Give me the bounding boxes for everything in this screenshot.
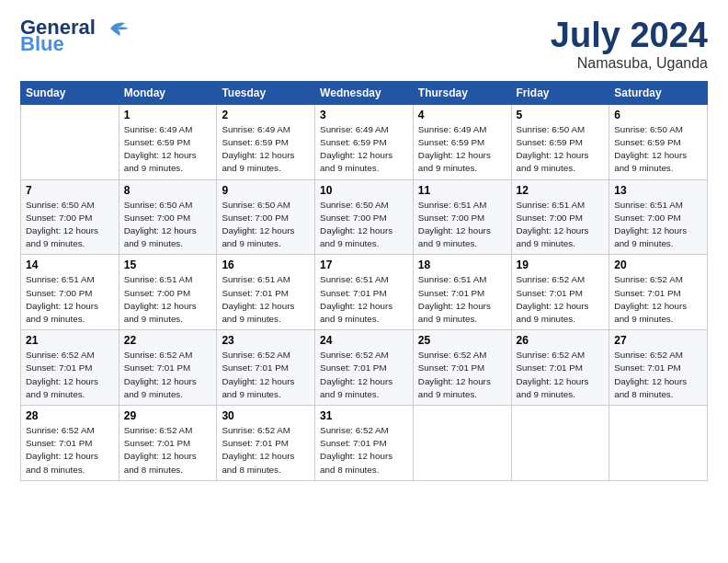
day-info: Sunrise: 6:50 AMSunset: 7:00 PMDaylight:… bbox=[26, 200, 98, 249]
calendar-cell bbox=[21, 104, 119, 179]
day-number: 30 bbox=[222, 409, 310, 422]
day-number: 7 bbox=[26, 184, 114, 197]
day-info: Sunrise: 6:51 AMSunset: 7:01 PMDaylight:… bbox=[320, 274, 392, 324]
day-info: Sunrise: 6:49 AMSunset: 6:59 PMDaylight:… bbox=[320, 124, 392, 174]
day-number: 26 bbox=[517, 334, 605, 347]
day-number: 11 bbox=[418, 184, 506, 197]
col-header-monday: Monday bbox=[119, 81, 217, 104]
calendar-cell: 28Sunrise: 6:52 AMSunset: 7:01 PMDayligh… bbox=[21, 406, 119, 481]
calendar-cell: 12Sunrise: 6:51 AMSunset: 7:00 PMDayligh… bbox=[511, 179, 609, 255]
day-number: 24 bbox=[320, 334, 408, 347]
day-info: Sunrise: 6:50 AMSunset: 6:59 PMDaylight:… bbox=[517, 124, 589, 174]
day-info: Sunrise: 6:52 AMSunset: 7:01 PMDaylight:… bbox=[418, 350, 491, 399]
calendar-cell: 25Sunrise: 6:52 AMSunset: 7:01 PMDayligh… bbox=[413, 330, 511, 406]
day-number: 8 bbox=[124, 184, 212, 197]
day-number: 10 bbox=[320, 184, 408, 197]
logo-bird-icon bbox=[103, 19, 132, 38]
day-number: 14 bbox=[26, 259, 114, 271]
calendar-cell: 29Sunrise: 6:52 AMSunset: 7:01 PMDayligh… bbox=[119, 406, 217, 481]
day-number: 16 bbox=[222, 259, 310, 271]
day-info: Sunrise: 6:52 AMSunset: 7:01 PMDaylight:… bbox=[320, 350, 392, 399]
col-header-friday: Friday bbox=[511, 81, 609, 104]
day-info: Sunrise: 6:52 AMSunset: 7:01 PMDaylight:… bbox=[517, 350, 589, 399]
week-row-2: 7Sunrise: 6:50 AMSunset: 7:00 PMDaylight… bbox=[21, 179, 708, 255]
day-info: Sunrise: 6:51 AMSunset: 7:01 PMDaylight:… bbox=[418, 274, 491, 324]
calendar-cell bbox=[413, 406, 511, 481]
calendar-cell: 20Sunrise: 6:52 AMSunset: 7:01 PMDayligh… bbox=[609, 255, 708, 330]
subtitle: Namasuba, Uganda bbox=[551, 55, 708, 72]
calendar-cell: 2Sunrise: 6:49 AMSunset: 6:59 PMDaylight… bbox=[217, 104, 315, 179]
day-info: Sunrise: 6:52 AMSunset: 7:01 PMDaylight:… bbox=[124, 425, 197, 475]
calendar-cell: 5Sunrise: 6:50 AMSunset: 6:59 PMDaylight… bbox=[511, 104, 609, 179]
day-info: Sunrise: 6:51 AMSunset: 7:00 PMDaylight:… bbox=[517, 200, 589, 249]
calendar-cell: 31Sunrise: 6:52 AMSunset: 7:01 PMDayligh… bbox=[315, 406, 414, 481]
col-header-wednesday: Wednesday bbox=[315, 81, 414, 104]
week-row-3: 14Sunrise: 6:51 AMSunset: 7:00 PMDayligh… bbox=[21, 255, 708, 330]
day-number: 19 bbox=[517, 259, 605, 271]
page: General Blue July 2024 Namasuba, Uganda … bbox=[0, 0, 728, 563]
day-number: 5 bbox=[517, 109, 605, 121]
day-number: 15 bbox=[124, 259, 212, 271]
day-info: Sunrise: 6:52 AMSunset: 7:01 PMDaylight:… bbox=[124, 350, 197, 399]
day-number: 2 bbox=[222, 109, 310, 121]
calendar-cell: 3Sunrise: 6:49 AMSunset: 6:59 PMDaylight… bbox=[315, 104, 414, 179]
week-row-4: 21Sunrise: 6:52 AMSunset: 7:01 PMDayligh… bbox=[21, 330, 708, 406]
logo: General Blue bbox=[20, 17, 132, 55]
day-info: Sunrise: 6:52 AMSunset: 7:01 PMDaylight:… bbox=[320, 425, 392, 475]
calendar-cell: 11Sunrise: 6:51 AMSunset: 7:00 PMDayligh… bbox=[413, 179, 511, 255]
day-number: 6 bbox=[614, 109, 702, 121]
day-info: Sunrise: 6:49 AMSunset: 6:59 PMDaylight:… bbox=[418, 124, 491, 174]
day-number: 18 bbox=[418, 259, 506, 271]
day-info: Sunrise: 6:50 AMSunset: 6:59 PMDaylight:… bbox=[614, 124, 687, 174]
day-number: 27 bbox=[614, 334, 702, 347]
calendar-cell: 7Sunrise: 6:50 AMSunset: 7:00 PMDaylight… bbox=[21, 179, 119, 255]
day-info: Sunrise: 6:52 AMSunset: 7:01 PMDaylight:… bbox=[517, 274, 589, 324]
title-block: July 2024 Namasuba, Uganda bbox=[551, 17, 708, 72]
main-title: July 2024 bbox=[551, 17, 708, 55]
col-header-tuesday: Tuesday bbox=[217, 81, 315, 104]
calendar-cell: 1Sunrise: 6:49 AMSunset: 6:59 PMDaylight… bbox=[119, 104, 217, 179]
day-number: 12 bbox=[517, 184, 605, 197]
day-info: Sunrise: 6:52 AMSunset: 7:01 PMDaylight:… bbox=[26, 425, 98, 475]
calendar-cell: 15Sunrise: 6:51 AMSunset: 7:00 PMDayligh… bbox=[119, 255, 217, 330]
day-info: Sunrise: 6:51 AMSunset: 7:00 PMDaylight:… bbox=[124, 274, 197, 324]
calendar-cell: 8Sunrise: 6:50 AMSunset: 7:00 PMDaylight… bbox=[119, 179, 217, 255]
day-info: Sunrise: 6:52 AMSunset: 7:01 PMDaylight:… bbox=[222, 350, 294, 399]
calendar-cell: 21Sunrise: 6:52 AMSunset: 7:01 PMDayligh… bbox=[21, 330, 119, 406]
calendar-cell: 22Sunrise: 6:52 AMSunset: 7:01 PMDayligh… bbox=[119, 330, 217, 406]
day-info: Sunrise: 6:52 AMSunset: 7:01 PMDaylight:… bbox=[614, 350, 687, 399]
calendar-table: SundayMondayTuesdayWednesdayThursdayFrid… bbox=[20, 81, 708, 481]
col-header-saturday: Saturday bbox=[609, 81, 708, 104]
week-row-1: 1Sunrise: 6:49 AMSunset: 6:59 PMDaylight… bbox=[21, 104, 708, 179]
day-number: 4 bbox=[418, 109, 506, 121]
day-info: Sunrise: 6:52 AMSunset: 7:01 PMDaylight:… bbox=[222, 425, 294, 475]
day-number: 17 bbox=[320, 259, 408, 271]
header-row: SundayMondayTuesdayWednesdayThursdayFrid… bbox=[21, 81, 708, 104]
day-number: 25 bbox=[418, 334, 506, 347]
day-info: Sunrise: 6:50 AMSunset: 7:00 PMDaylight:… bbox=[124, 200, 197, 249]
day-number: 29 bbox=[124, 409, 212, 422]
calendar-cell: 10Sunrise: 6:50 AMSunset: 7:00 PMDayligh… bbox=[315, 179, 414, 255]
day-number: 21 bbox=[26, 334, 114, 347]
calendar-cell: 30Sunrise: 6:52 AMSunset: 7:01 PMDayligh… bbox=[217, 406, 315, 481]
calendar-cell: 23Sunrise: 6:52 AMSunset: 7:01 PMDayligh… bbox=[217, 330, 315, 406]
day-number: 20 bbox=[614, 259, 702, 271]
day-info: Sunrise: 6:49 AMSunset: 6:59 PMDaylight:… bbox=[222, 124, 294, 174]
day-info: Sunrise: 6:51 AMSunset: 7:00 PMDaylight:… bbox=[614, 200, 687, 249]
day-info: Sunrise: 6:51 AMSunset: 7:00 PMDaylight:… bbox=[418, 200, 491, 249]
calendar-cell: 13Sunrise: 6:51 AMSunset: 7:00 PMDayligh… bbox=[609, 179, 708, 255]
day-info: Sunrise: 6:50 AMSunset: 7:00 PMDaylight:… bbox=[320, 200, 392, 249]
day-info: Sunrise: 6:51 AMSunset: 7:00 PMDaylight:… bbox=[26, 274, 98, 324]
day-number: 1 bbox=[124, 109, 212, 121]
day-info: Sunrise: 6:51 AMSunset: 7:01 PMDaylight:… bbox=[222, 274, 294, 324]
calendar-cell: 18Sunrise: 6:51 AMSunset: 7:01 PMDayligh… bbox=[413, 255, 511, 330]
header: General Blue July 2024 Namasuba, Uganda bbox=[20, 17, 708, 72]
calendar-cell: 4Sunrise: 6:49 AMSunset: 6:59 PMDaylight… bbox=[413, 104, 511, 179]
day-info: Sunrise: 6:52 AMSunset: 7:01 PMDaylight:… bbox=[26, 350, 98, 399]
calendar-cell: 26Sunrise: 6:52 AMSunset: 7:01 PMDayligh… bbox=[511, 330, 609, 406]
calendar-cell: 9Sunrise: 6:50 AMSunset: 7:00 PMDaylight… bbox=[217, 179, 315, 255]
day-info: Sunrise: 6:50 AMSunset: 7:00 PMDaylight:… bbox=[222, 200, 294, 249]
day-number: 3 bbox=[320, 109, 408, 121]
logo-blue: Blue bbox=[20, 33, 64, 55]
day-number: 13 bbox=[614, 184, 702, 197]
